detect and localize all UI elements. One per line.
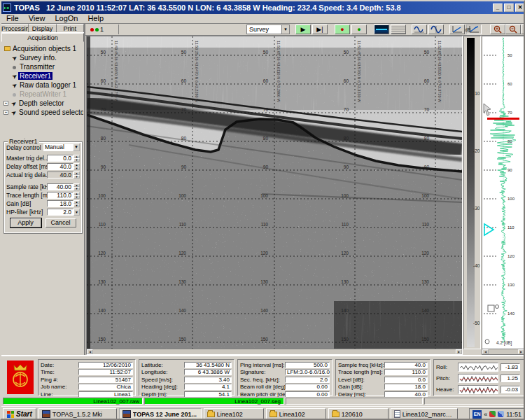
tree-item-repeatwriter-1[interactable]: RepeatWriter 1 [2,90,83,99]
chevron-down-icon[interactable]: ▼ [73,144,80,151]
system-tray: EN « 11:51 [469,408,525,420]
spinner-control[interactable]: ▲▼ [74,200,80,207]
zoom-in-icon[interactable] [490,24,505,34]
menu-logon[interactable]: LogOn [50,14,83,23]
menu-view[interactable]: View [24,14,50,23]
chevron-down-icon[interactable]: ▼ [74,209,80,216]
pointer-icon: ➤ [10,73,18,80]
echogram-display[interactable]: 11:49:45 36 43.6840 N 6 43.1750 W5060708… [87,36,462,349]
field-value[interactable]: 0.0 [47,155,74,162]
zoom-out-icon[interactable] [505,24,521,34]
tree-item-depth-selector[interactable]: +➤Depth selector [2,99,83,108]
tile-windows-icon[interactable] [521,24,525,34]
spinner-control[interactable]: ▲▼ [74,192,80,199]
expand-icon[interactable]: + [4,110,8,115]
motion-sparkline [458,374,498,383]
status-field-beam-roll-dir-deg-: Beam roll dir [deg]:0.00 [240,384,330,391]
taskbar-item-3[interactable]: Linea102 [204,408,264,420]
tab-print[interactable]: Print [57,24,84,32]
values-table-icon[interactable] [391,24,406,34]
tray-app-icon[interactable] [489,411,496,417]
snapshot-icon[interactable] [374,24,389,34]
start-button[interactable]: Start [3,408,36,420]
spinner-control[interactable]: ▲▼ [74,155,80,162]
language-indicator[interactable]: EN [472,410,482,419]
pointer-icon: ➤ [10,100,18,107]
clock: 11:51 [506,411,522,418]
close-button[interactable]: ✕ [515,4,525,12]
field-value[interactable]: 18.0 [47,200,74,207]
scroll-right-icon[interactable]: ▶ [518,349,524,354]
spinner-control[interactable]: ▲▼ [74,172,80,178]
field-value[interactable]: 2.0 [47,209,74,216]
tree-item-sound-speed-selector-m-s-[interactable]: +➤Sound speed selector [m/s] [2,108,83,117]
tree-item-acquisition-objects-1[interactable]: Acquisition objects 1 [2,44,83,53]
tree-item-transmitter[interactable]: Transmitter [2,62,83,71]
menu-help[interactable]: Help [83,14,108,23]
spinner-control[interactable]: ▲▼ [74,163,80,170]
echogram-hscrollbar[interactable]: ◀ ▶ [87,349,462,354]
status-field-trace-length-ms-: Trace length [ms]:110.0 [338,369,428,376]
spinner-down-icon[interactable]: ▼ [74,175,80,178]
spinner-control[interactable]: ▲▼ [74,183,80,190]
record-raw-button[interactable]: ● [335,24,350,34]
tray-network-icon[interactable] [498,411,504,417]
step-button[interactable]: ▶| [312,24,328,34]
taskbar-item-4[interactable]: Linea102 [266,408,326,420]
chevron-down-icon[interactable]: ▼ [281,25,289,34]
tree-item-survey-info-[interactable]: ➤Survey info. [2,53,83,62]
svg-text:11:51:05 36 43.6110 N 6 43.2: 11:51:05 36 43.6110 N 6 43.2800 W [276,41,281,103]
spinner-down-icon[interactable]: ▼ [74,204,80,207]
svg-text:100: 100 [341,193,349,198]
tray-chevron-icon[interactable]: « [484,411,487,418]
wavetrace-b-icon[interactable] [428,24,444,34]
maximize-button[interactable]: □ [504,4,514,12]
tree-item-receiver1[interactable]: ➤Receiver1 [2,71,83,80]
menu-file[interactable]: File [1,14,24,23]
field-value[interactable]: 40.00 [47,183,74,190]
field-label: HP-filter [kHz] [6,209,47,216]
scroll-left-icon[interactable]: ◀ [482,349,489,354]
status-field-ping-: Ping #:51467 [41,376,133,383]
tab-acquisition[interactable]: Acquisition [1,33,84,42]
taskbar-item-1[interactable]: TOPAS_1.5.2 Mki [38,408,117,420]
delay-control-select[interactable]: Manual ▼ [43,144,80,151]
red-status-dot-icon [90,28,94,31]
field-value[interactable]: 110.0 [47,192,74,199]
status-value: 40.0 [384,362,428,368]
colorbar-tick: -50 [473,321,479,326]
taskbar-item-6[interactable]: Linea102_marca5293_su... [391,408,458,420]
motion-sparkline [458,385,498,394]
signal-trace-display[interactable]: 50607080901001101201301404.2 [dB] [482,36,524,349]
field-value[interactable]: 40.0 [47,172,74,178]
tvg-curve-a-icon[interactable] [449,24,465,34]
expand-icon[interactable]: + [4,101,8,106]
receiver-group-title: Receiver1 [8,138,39,145]
spinner-down-icon[interactable]: ▼ [74,158,80,162]
apply-button[interactable]: Apply [10,218,41,227]
tab-display[interactable]: Display [29,24,56,32]
trace-hscrollbar[interactable]: ◀ ▶ [482,349,524,354]
field-hp-filter-khz-: HP-filter [kHz]2.0▼ [6,208,80,216]
spinner-down-icon[interactable]: ▼ [74,187,80,190]
tab-processing[interactable]: Processing [1,24,29,32]
scroll-right-icon[interactable]: ▶ [456,349,462,354]
taskbar-item-2[interactable]: TOPAS 12 June 201... [119,408,202,420]
field-value[interactable]: 40.0 [47,163,74,170]
minimize-button[interactable]: _ [493,4,503,12]
status-label: Sample freq [kHz]: [338,362,384,368]
taskbar-item-5[interactable]: 120610 [328,408,388,420]
motion-label: Roll: [436,364,456,370]
wavetrace-a-icon[interactable] [412,24,427,34]
view-tab-1[interactable]: 1 [88,24,119,34]
cancel-button[interactable]: Cancel [46,218,76,227]
scroll-left-icon[interactable]: ◀ [87,349,93,354]
play-button[interactable]: ▶ [295,24,311,34]
spinner-down-icon[interactable]: ▼ [74,195,80,199]
field-label: Delay offset [ms] [6,163,47,170]
tree-item-raw-data-logger-1[interactable]: ➤Raw data logger 1 [2,80,83,90]
mode-select[interactable]: Survey ▼ [246,24,290,34]
spinner-down-icon[interactable]: ▼ [74,167,80,170]
title-bar[interactable]: TOPAS 12 June 2010 11:52:07 LAT: 36 43.5… [1,1,525,14]
record-seg-button[interactable]: ● [351,24,367,34]
